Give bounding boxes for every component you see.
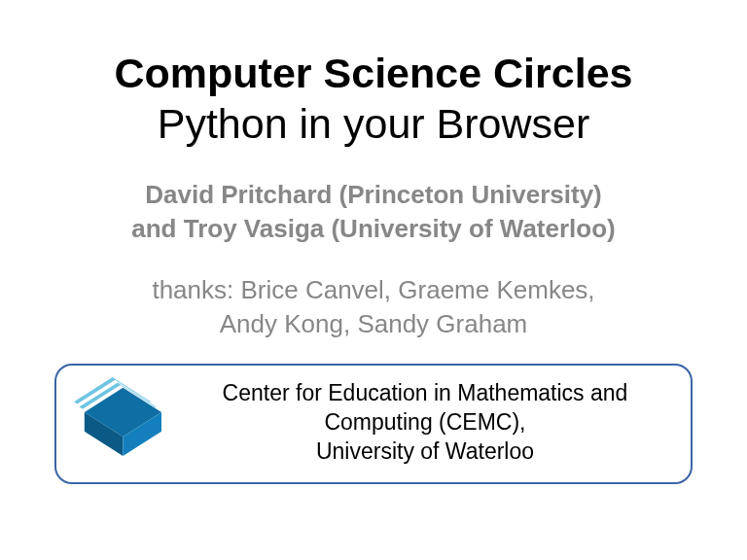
slide-title: Computer Science Circles Python in your …: [49, 49, 698, 149]
thanks: thanks: Brice Canvel, Graeme Kemkes, And…: [49, 273, 698, 341]
thanks-line2: Andy Kong, Sandy Graham: [220, 309, 528, 338]
authors-line2: and Troy Vasiga (University of Waterloo): [131, 214, 615, 243]
organization: Center for Education in Mathematics and …: [177, 379, 673, 467]
thanks-line1: thanks: Brice Canvel, Graeme Kemkes,: [152, 275, 594, 304]
title-line1: Computer Science Circles: [115, 50, 633, 96]
authors: David Pritchard (Princeton University) a…: [49, 178, 698, 246]
org-line1: Center for Education in Mathematics and: [223, 380, 628, 405]
footer-box: Center for Education in Mathematics and …: [54, 364, 693, 484]
slide: Computer Science Circles Python in your …: [0, 0, 747, 560]
authors-line1: David Pritchard (Princeton University): [145, 180, 602, 209]
org-line2: Computing (CEMC),: [324, 409, 525, 435]
title-line2: Python in your Browser: [158, 100, 590, 147]
cemc-logo-icon: [74, 377, 161, 469]
org-line3: University of Waterloo: [316, 438, 534, 464]
